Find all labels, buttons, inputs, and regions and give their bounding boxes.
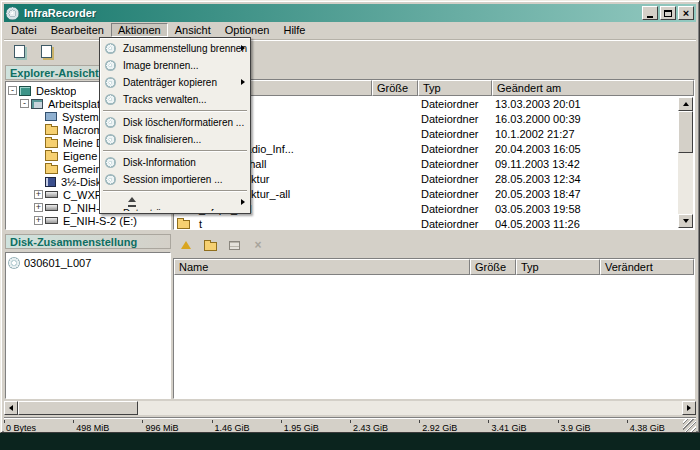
scrollbar-thumb[interactable] [18,401,138,415]
table-row[interactable]: Dateiordner 10.1.2002 21:27 [174,126,694,141]
menu-item-label: Zusammenstellung brennen [123,43,247,54]
table-row[interactable]: e Klassik1_hall Dateiordner 09.11.2003 1… [174,156,694,171]
capacity-bar: 0 Bytes 498 MiB 996 MiB 1.46 GiB 1.95 Gi… [4,417,696,432]
new-audio-compilation-icon [41,45,52,58]
file-type: Dateiordner [418,128,492,140]
new-folder-button[interactable] [199,235,221,255]
menu-optionen[interactable]: Optionen [218,23,277,37]
horizontal-scrollbar[interactable] [4,401,696,415]
menu-datei[interactable]: Datei [4,23,44,37]
menu-item-copy-disc[interactable]: Datenträger kopieren [101,74,249,91]
capacity-tick [212,420,213,423]
capacity-tick [73,420,74,423]
table-row[interactable]: _Leere-Struktur Dateiordner 28.05.2003 1… [174,171,694,186]
submenu-arrow-icon [241,199,245,205]
menu-aktionen[interactable]: Aktionen [111,23,168,37]
menu-item-erase-disc[interactable]: Disk löschen/formatieren ... [101,114,249,131]
capacity-tick [419,420,420,423]
new-data-compilation-button[interactable] [7,41,32,62]
view-options-button[interactable] [223,235,245,255]
capacity-tick [488,420,489,423]
file-modified: 09.11.2003 13:42 [492,158,694,170]
menu-item-burn-image[interactable]: Image brennen... [101,57,249,74]
expand-icon[interactable] [34,203,43,212]
table-row[interactable]: _Leere-Struktur_-all Dateiordner 20.05.2… [174,186,694,201]
vertical-scrollbar[interactable] [678,97,693,228]
maximize-button[interactable] [660,6,676,20]
menu-item-label: Disk finalisieren... [123,134,201,145]
collapse-icon[interactable] [8,86,17,95]
close-button[interactable]: × [678,6,694,20]
minimize-icon [647,16,653,18]
table-row[interactable]: DAD Dateiordner 13.03.2003 20:01 [174,96,694,111]
arrow-down-icon [683,219,689,223]
scroll-up-button[interactable] [678,97,693,111]
scroll-down-button[interactable] [678,214,693,228]
app-window: InfraRecorder × Datei Bearbeiten Aktione… [0,0,700,433]
menu-separator [103,110,247,112]
disc-info-icon [105,157,116,168]
scrollbar-thumb[interactable] [678,111,693,153]
folder-icon [177,220,190,229]
my-computer-icon [31,99,43,109]
menu-item-label: Datenträger kopieren [123,77,217,88]
capacity-label: 2.92 GiB [422,423,457,433]
folder-up-button[interactable] [175,235,197,255]
menu-item-label: Disk löschen/formatieren ... [123,117,244,128]
list-view-icon [229,241,240,250]
menu-ansicht[interactable]: Ansicht [168,23,218,37]
menu-bar: Datei Bearbeiten Aktionen Ansicht Option… [4,22,696,38]
capacity-label: 3.41 GiB [491,423,526,433]
import-session-icon [105,174,116,185]
menu-item-label: Tracks verwalten... [123,94,207,105]
table-row[interactable]: _t Dateiordner 04.05.2003 11:26 [174,216,694,230]
menu-item-import-session[interactable]: Session importieren ... [101,171,249,188]
remove-item-button[interactable]: × [247,235,269,255]
file-modified: 04.05.2003 11:26 [492,218,694,230]
up-arrow-icon [181,241,191,249]
menu-item-manage-tracks[interactable]: Tracks verwalten... [101,91,249,108]
expand-icon[interactable] [34,216,43,225]
file-type: Dateiordner [418,143,492,155]
close-icon: × [683,8,689,19]
table-row[interactable]: e_Pop1_-all Dateiordner 03.05.2003 19:58 [174,201,694,216]
disc-icon [8,257,20,269]
capacity-label: 498 MiB [76,423,109,433]
scroll-right-button[interactable] [682,401,696,415]
menu-bearbeiten[interactable]: Bearbeiten [44,23,111,37]
capacity-tick [350,420,351,423]
maximize-icon [664,10,672,17]
new-data-compilation-icon [14,45,25,58]
column-header-modified[interactable]: Verändert [600,259,694,275]
scroll-left-button[interactable] [4,401,18,415]
column-header-name[interactable]: Name [174,259,470,275]
arrow-left-icon [9,405,13,411]
file-modified: 10.1.2002 21:27 [492,128,694,140]
resize-grip[interactable] [683,419,696,432]
tree-item-drive-e[interactable]: E_NIH-S-2 (E:) [6,214,170,227]
list-item[interactable]: 030601_L007 [8,256,168,270]
menu-separator [103,190,247,192]
collapse-icon[interactable] [20,99,29,108]
column-header-type[interactable]: Typ [516,259,600,275]
titlebar[interactable]: InfraRecorder × [4,4,696,22]
column-header-modified[interactable]: Geändert am [492,80,694,96]
menu-item-fixate-disc[interactable]: Disk finalisieren... [101,131,249,148]
table-row[interactable]: Dateiordner 16.03.2000 00:39 [174,111,694,126]
file-modified: 28.05.2003 12:34 [492,173,694,185]
table-row[interactable]: mmen_DRadio_Inf... Dateiordner 20.04.200… [174,141,694,156]
column-header-size[interactable]: Größe [470,259,516,275]
menu-item-eject-disc[interactable]: Datenträger auswerfen [101,194,249,211]
expand-icon[interactable] [34,190,43,199]
folder-icon [45,126,58,135]
aktionen-menu: Zusammenstellung brennen Image brennen..… [99,37,251,214]
column-header-size[interactable]: Größe [372,80,418,96]
minimize-button[interactable] [642,6,658,20]
menu-hilfe[interactable]: Hilfe [276,23,312,37]
menu-item-label: Session importieren ... [123,174,223,185]
column-header-type[interactable]: Typ [418,80,492,96]
menu-item-label: Image brennen... [123,60,199,71]
new-audio-compilation-button[interactable] [34,41,59,62]
menu-item-disc-information[interactable]: Disk-Information [101,154,249,171]
menu-item-burn-compilation[interactable]: Zusammenstellung brennen [101,40,249,57]
